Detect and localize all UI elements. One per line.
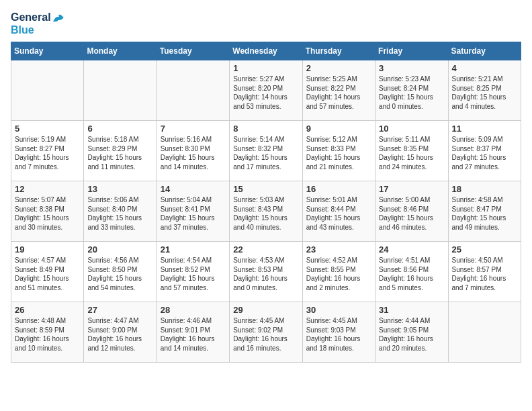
day-info: Sunrise: 5:04 AM Sunset: 8:41 PM Dayligh… <box>161 195 226 232</box>
day-number: 19 <box>15 244 80 255</box>
calendar-cell: 22Sunrise: 4:53 AM Sunset: 8:53 PM Dayli… <box>230 242 302 302</box>
day-info: Sunrise: 4:46 AM Sunset: 9:01 PM Dayligh… <box>161 316 226 353</box>
calendar-cell: 17Sunrise: 5:00 AM Sunset: 8:46 PM Dayli… <box>375 181 448 242</box>
day-number: 27 <box>87 305 152 315</box>
day-info: Sunrise: 4:56 AM Sunset: 8:50 PM Dayligh… <box>87 256 152 292</box>
day-info: Sunrise: 5:25 AM Sunset: 8:22 PM Dayligh… <box>306 75 371 111</box>
calendar-cell: 8Sunrise: 5:14 AM Sunset: 8:32 PM Daylig… <box>230 121 302 181</box>
day-info: Sunrise: 4:54 AM Sunset: 8:52 PM Dayligh… <box>161 256 226 292</box>
calendar-cell: 28Sunrise: 4:46 AM Sunset: 9:01 PM Dayli… <box>157 302 229 363</box>
calendar-cell: 15Sunrise: 5:03 AM Sunset: 8:43 PM Dayli… <box>230 181 302 242</box>
calendar-cell: 20Sunrise: 4:56 AM Sunset: 8:50 PM Dayli… <box>84 242 157 302</box>
day-number: 31 <box>379 305 444 315</box>
day-info: Sunrise: 4:45 AM Sunset: 9:03 PM Dayligh… <box>306 316 371 353</box>
calendar-cell: 27Sunrise: 4:47 AM Sunset: 9:00 PM Dayli… <box>84 302 157 363</box>
calendar-week-row: 5Sunrise: 5:19 AM Sunset: 8:27 PM Daylig… <box>11 121 521 181</box>
calendar-cell: 25Sunrise: 4:50 AM Sunset: 8:57 PM Dayli… <box>448 242 521 302</box>
day-number: 28 <box>161 305 226 315</box>
day-info: Sunrise: 5:18 AM Sunset: 8:29 PM Dayligh… <box>87 135 152 171</box>
header-sunday: Sunday <box>11 42 84 60</box>
day-info: Sunrise: 4:57 AM Sunset: 8:49 PM Dayligh… <box>15 256 80 292</box>
day-number: 11 <box>452 124 517 134</box>
day-info: Sunrise: 5:27 AM Sunset: 8:20 PM Dayligh… <box>233 75 298 111</box>
day-info: Sunrise: 5:00 AM Sunset: 8:46 PM Dayligh… <box>379 195 444 232</box>
calendar-cell <box>157 60 229 121</box>
day-info: Sunrise: 5:03 AM Sunset: 8:43 PM Dayligh… <box>233 195 298 232</box>
day-number: 29 <box>233 305 298 315</box>
calendar-cell: 31Sunrise: 4:44 AM Sunset: 9:05 PM Dayli… <box>375 302 448 363</box>
calendar-cell: 24Sunrise: 4:51 AM Sunset: 8:56 PM Dayli… <box>375 242 448 302</box>
day-info: Sunrise: 4:52 AM Sunset: 8:55 PM Dayligh… <box>306 256 371 292</box>
calendar-cell: 16Sunrise: 5:01 AM Sunset: 8:44 PM Dayli… <box>302 181 375 242</box>
calendar-cell: 4Sunrise: 5:21 AM Sunset: 8:25 PM Daylig… <box>448 60 521 121</box>
day-number: 21 <box>161 244 226 255</box>
day-number: 16 <box>306 184 371 194</box>
calendar-cell: 18Sunrise: 4:58 AM Sunset: 8:47 PM Dayli… <box>448 181 521 242</box>
logo-text: General Blue <box>11 11 64 36</box>
day-info: Sunrise: 5:12 AM Sunset: 8:33 PM Dayligh… <box>306 135 371 171</box>
calendar-cell: 11Sunrise: 5:09 AM Sunset: 8:37 PM Dayli… <box>448 121 521 181</box>
calendar-cell: 14Sunrise: 5:04 AM Sunset: 8:41 PM Dayli… <box>157 181 229 242</box>
calendar-cell: 3Sunrise: 5:23 AM Sunset: 8:24 PM Daylig… <box>375 60 448 121</box>
day-info: Sunrise: 5:09 AM Sunset: 8:37 PM Dayligh… <box>452 135 517 171</box>
calendar-cell: 9Sunrise: 5:12 AM Sunset: 8:33 PM Daylig… <box>302 121 375 181</box>
day-number: 14 <box>161 184 226 194</box>
day-number: 13 <box>87 184 152 194</box>
day-number: 5 <box>15 124 80 134</box>
calendar-header-row: SundayMondayTuesdayWednesdayThursdayFrid… <box>11 42 521 60</box>
day-number: 8 <box>233 124 298 134</box>
calendar-cell: 21Sunrise: 4:54 AM Sunset: 8:52 PM Dayli… <box>157 242 229 302</box>
day-info: Sunrise: 4:48 AM Sunset: 8:59 PM Dayligh… <box>15 316 80 353</box>
calendar-cell: 13Sunrise: 5:06 AM Sunset: 8:40 PM Dayli… <box>84 181 157 242</box>
calendar-table: SundayMondayTuesdayWednesdayThursdayFrid… <box>11 42 521 363</box>
day-info: Sunrise: 4:44 AM Sunset: 9:05 PM Dayligh… <box>379 316 444 353</box>
day-info: Sunrise: 4:47 AM Sunset: 9:00 PM Dayligh… <box>87 316 152 353</box>
day-info: Sunrise: 4:58 AM Sunset: 8:47 PM Dayligh… <box>452 195 517 232</box>
header-thursday: Thursday <box>302 42 375 60</box>
header-saturday: Saturday <box>448 42 521 60</box>
calendar-cell: 7Sunrise: 5:16 AM Sunset: 8:30 PM Daylig… <box>157 121 229 181</box>
day-info: Sunrise: 5:21 AM Sunset: 8:25 PM Dayligh… <box>452 75 517 111</box>
day-info: Sunrise: 5:06 AM Sunset: 8:40 PM Dayligh… <box>87 195 152 232</box>
day-number: 23 <box>306 244 371 255</box>
day-number: 17 <box>379 184 444 194</box>
day-info: Sunrise: 4:50 AM Sunset: 8:57 PM Dayligh… <box>452 256 517 292</box>
day-info: Sunrise: 5:11 AM Sunset: 8:35 PM Dayligh… <box>379 135 444 171</box>
logo-bird-icon <box>52 13 64 23</box>
day-number: 12 <box>15 184 80 194</box>
calendar-week-row: 26Sunrise: 4:48 AM Sunset: 8:59 PM Dayli… <box>11 302 521 363</box>
calendar-cell: 30Sunrise: 4:45 AM Sunset: 9:03 PM Dayli… <box>302 302 375 363</box>
header-monday: Monday <box>84 42 157 60</box>
day-number: 25 <box>452 244 517 255</box>
calendar-cell: 23Sunrise: 4:52 AM Sunset: 8:55 PM Dayli… <box>302 242 375 302</box>
calendar-cell: 1Sunrise: 5:27 AM Sunset: 8:20 PM Daylig… <box>230 60 302 121</box>
calendar-week-row: 1Sunrise: 5:27 AM Sunset: 8:20 PM Daylig… <box>11 60 521 121</box>
day-number: 20 <box>87 244 152 255</box>
day-number: 24 <box>379 244 444 255</box>
day-info: Sunrise: 5:01 AM Sunset: 8:44 PM Dayligh… <box>306 195 371 232</box>
day-info: Sunrise: 5:14 AM Sunset: 8:32 PM Dayligh… <box>233 135 298 171</box>
calendar-cell <box>448 302 521 363</box>
calendar-cell: 2Sunrise: 5:25 AM Sunset: 8:22 PM Daylig… <box>302 60 375 121</box>
day-number: 7 <box>161 124 226 134</box>
calendar-cell <box>84 60 157 121</box>
day-number: 10 <box>379 124 444 134</box>
header-tuesday: Tuesday <box>157 42 229 60</box>
day-number: 4 <box>452 63 517 73</box>
day-number: 9 <box>306 124 371 134</box>
calendar-cell: 29Sunrise: 4:45 AM Sunset: 9:02 PM Dayli… <box>230 302 302 363</box>
calendar-cell: 6Sunrise: 5:18 AM Sunset: 8:29 PM Daylig… <box>84 121 157 181</box>
day-number: 26 <box>15 305 80 315</box>
day-info: Sunrise: 4:53 AM Sunset: 8:53 PM Dayligh… <box>233 256 298 292</box>
day-info: Sunrise: 4:51 AM Sunset: 8:56 PM Dayligh… <box>379 256 444 292</box>
day-number: 18 <box>452 184 517 194</box>
logo: General Blue <box>11 11 64 36</box>
day-number: 6 <box>87 124 152 134</box>
day-number: 15 <box>233 184 298 194</box>
header-friday: Friday <box>375 42 448 60</box>
calendar-cell: 10Sunrise: 5:11 AM Sunset: 8:35 PM Dayli… <box>375 121 448 181</box>
calendar-cell: 12Sunrise: 5:07 AM Sunset: 8:38 PM Dayli… <box>11 181 84 242</box>
day-number: 30 <box>306 305 371 315</box>
day-info: Sunrise: 5:16 AM Sunset: 8:30 PM Dayligh… <box>161 135 226 171</box>
day-number: 1 <box>233 63 298 73</box>
